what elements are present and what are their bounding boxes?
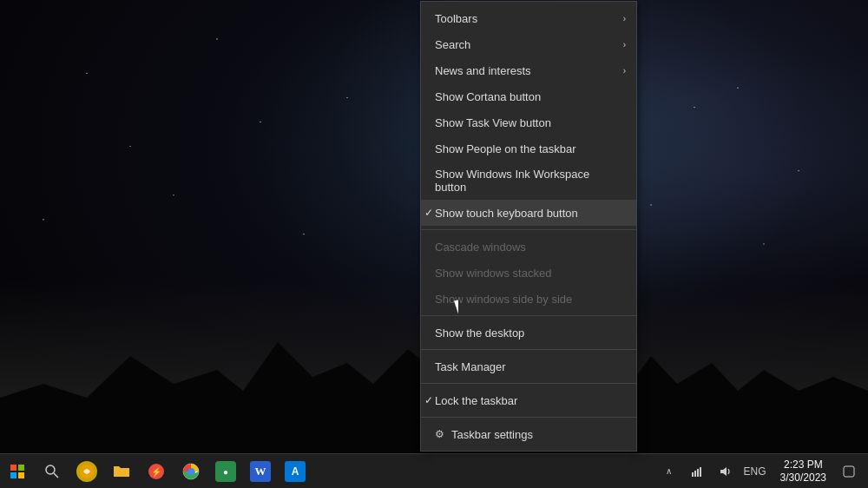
menu-item-show-touch-keyboard-label: Show touch keyboard button xyxy=(435,207,578,220)
volume-icon[interactable] xyxy=(713,454,737,489)
menu-item-show-stacked: Show windows stacked xyxy=(421,260,636,286)
svg-rect-1 xyxy=(18,465,24,471)
network-status-icon xyxy=(691,465,703,478)
menu-separator-2 xyxy=(421,315,636,316)
checkmark-icon: ✓ xyxy=(424,394,433,406)
menu-separator-1 xyxy=(421,229,636,230)
menu-item-show-cortana[interactable]: Show Cortana button xyxy=(421,83,636,109)
windows-icon xyxy=(10,465,24,478)
taskbar: ⚡ ● xyxy=(0,453,868,488)
chevron-right-icon: › xyxy=(623,66,626,76)
svg-rect-16 xyxy=(700,467,701,477)
taskbar-right: ∧ ENG 2:23 PM 3/30/2023 xyxy=(657,454,868,489)
language-indicator[interactable]: ENG xyxy=(740,454,770,489)
svg-rect-15 xyxy=(697,469,699,477)
taskbar-app-2[interactable]: ⚡ xyxy=(139,454,174,489)
menu-item-toolbars[interactable]: Toolbars › xyxy=(421,5,636,31)
app-icon-3: ● xyxy=(218,464,233,479)
menu-item-search-label: Search xyxy=(435,38,470,51)
notification-center-button[interactable] xyxy=(837,454,861,489)
svg-point-11 xyxy=(188,469,194,474)
menu-item-taskbar-settings-label: Taskbar settings xyxy=(451,428,533,441)
menu-item-task-manager-label: Task Manager xyxy=(435,360,506,373)
menu-item-news-interests[interactable]: News and interests › xyxy=(421,57,636,83)
network-icon[interactable] xyxy=(685,454,709,489)
svg-text:●: ● xyxy=(223,467,228,477)
menu-item-show-side-by-side: Show windows side by side xyxy=(421,286,636,312)
word-icon-label: W xyxy=(255,465,266,478)
taskbar-left: ⚡ ● xyxy=(0,454,657,489)
svg-rect-14 xyxy=(694,471,696,477)
menu-item-show-ink-label: Show Windows Ink Workspace button xyxy=(435,168,622,194)
menu-item-show-touch-keyboard[interactable]: ✓ Show touch keyboard button xyxy=(421,200,636,226)
show-hidden-icons-button[interactable]: ∧ xyxy=(657,454,681,489)
menu-item-show-desktop-label: Show the desktop xyxy=(435,326,524,340)
menu-item-task-manager[interactable]: Task Manager xyxy=(421,353,636,379)
svg-rect-17 xyxy=(844,466,854,477)
menu-item-toolbars-label: Toolbars xyxy=(435,12,477,25)
menu-item-show-ink[interactable]: Show Windows Ink Workspace button xyxy=(421,162,636,200)
menu-item-show-people[interactable]: Show People on the taskbar xyxy=(421,135,636,162)
chevron-right-icon: › xyxy=(623,40,626,49)
taskbar-context-menu: Toolbars › Search › News and interests ›… xyxy=(420,1,637,452)
app-icon-2: ⚡ xyxy=(147,462,166,481)
svg-point-4 xyxy=(46,465,55,474)
taskbar-app-folder[interactable] xyxy=(104,454,139,489)
clock-date: 3/30/2023 xyxy=(780,472,826,484)
chrome-icon xyxy=(181,462,201,481)
menu-item-show-cortana-label: Show Cortana button xyxy=(435,90,541,103)
clock-button[interactable]: 2:23 PM 3/30/2023 xyxy=(773,454,833,489)
folder-icon xyxy=(112,462,131,481)
menu-item-lock-taskbar-label: Lock the taskbar xyxy=(435,394,517,407)
notification-icon xyxy=(843,465,855,478)
menu-item-show-desktop[interactable]: Show the desktop xyxy=(421,320,636,346)
svg-rect-13 xyxy=(692,472,694,477)
start-button[interactable] xyxy=(0,454,35,489)
taskbar-app-1[interactable] xyxy=(69,454,104,489)
menu-separator-4 xyxy=(421,383,636,384)
menu-item-show-task-view-label: Show Task View button xyxy=(435,116,551,129)
menu-item-cascade-windows-label: Cascade windows xyxy=(435,241,526,254)
menu-item-cascade-windows: Cascade windows xyxy=(421,234,636,260)
menu-item-search[interactable]: Search › xyxy=(421,31,636,57)
menu-item-news-interests-label: News and interests xyxy=(435,64,531,77)
search-button[interactable] xyxy=(35,454,69,489)
menu-item-show-people-label: Show People on the taskbar xyxy=(435,142,576,155)
menu-separator-5 xyxy=(421,417,636,418)
menu-item-show-stacked-label: Show windows stacked xyxy=(435,267,551,280)
taskbar-app-3[interactable]: ● xyxy=(208,454,243,489)
clock-time: 2:23 PM xyxy=(784,458,823,471)
menu-item-show-task-view[interactable]: Show Task View button xyxy=(421,109,636,135)
menu-separator-3 xyxy=(421,349,636,350)
svg-rect-2 xyxy=(10,472,16,478)
taskbar-app-chrome[interactable] xyxy=(174,454,208,489)
menu-item-show-side-by-side-label: Show windows side by side xyxy=(435,293,572,306)
chevron-right-icon: › xyxy=(623,14,626,23)
gear-icon: ⚙ xyxy=(435,428,444,440)
search-icon xyxy=(45,465,59,478)
checkmark-icon: ✓ xyxy=(424,207,433,219)
menu-item-taskbar-settings[interactable]: ⚙ Taskbar settings xyxy=(421,421,636,447)
svg-line-5 xyxy=(54,473,58,478)
svg-rect-3 xyxy=(18,472,24,478)
svg-text:⚡: ⚡ xyxy=(151,466,162,478)
taskbar-app-word[interactable]: W xyxy=(243,454,278,489)
menu-item-lock-taskbar[interactable]: ✓ Lock the taskbar xyxy=(421,387,636,413)
taskbar-app-azure[interactable]: A xyxy=(278,454,312,489)
app-icon-1 xyxy=(78,463,95,480)
volume-status-icon xyxy=(719,465,731,478)
language-label: ENG xyxy=(744,465,766,478)
svg-rect-0 xyxy=(10,465,16,471)
azure-icon-label: A xyxy=(292,465,299,478)
